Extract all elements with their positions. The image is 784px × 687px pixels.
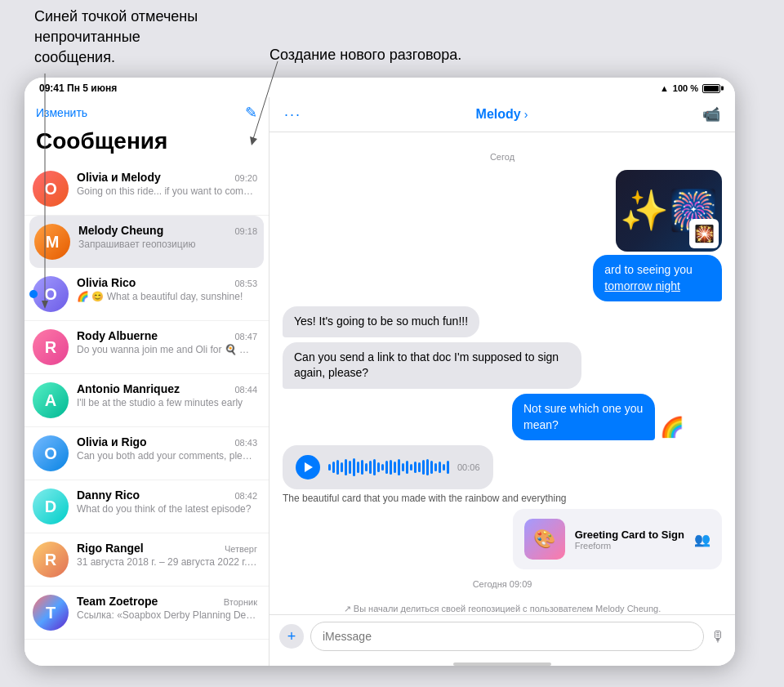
conversation-body: Antonio Manriquez08:44I'll be at the stu…: [77, 382, 257, 408]
conversation-item[interactable]: TTeam ZoetropeВторникСсылка: «Soapbox De…: [24, 587, 269, 640]
conversation-time: Вторник: [224, 597, 257, 607]
message-input[interactable]: [310, 622, 704, 651]
conversation-preview: Going on this ride... if you want to com…: [77, 185, 257, 197]
date-label: Сегод: [283, 152, 722, 162]
avatar: M: [34, 224, 70, 260]
conversation-time: Четверг: [225, 544, 257, 554]
audio-play-button[interactable]: [296, 455, 320, 480]
battery-icon: [702, 84, 720, 93]
conversation-item[interactable]: OOlivia и Rigo08:43Can you both add your…: [24, 427, 269, 480]
conversation-name: Olivia и Melody: [77, 171, 161, 184]
memoji-bubble: ✨🎆 🎇: [616, 170, 722, 252]
conversation-body: Olivia и Rigo08:43Can you both add your …: [77, 435, 257, 462]
conversation-item[interactable]: AAntonio Manriquez08:44I'll be at the st…: [24, 374, 269, 427]
card-source: Freeform: [575, 541, 684, 551]
message-row: Yes! It's going to be so much fun!!!: [283, 306, 722, 337]
more-dots: ···: [284, 106, 301, 123]
conversation-name: Rigo Rangel: [77, 542, 144, 555]
conversation-item[interactable]: OOlivia и Melody09:20Going on this ride.…: [24, 163, 269, 216]
conversation-time: 08:42: [234, 491, 257, 501]
conversation-preview: Ссылка: «Soapbox Derby Planning Demo Boa…: [77, 609, 257, 621]
home-indicator: [453, 662, 551, 666]
chat-area: ··· Melody › 📹 Сегод ✨🎆 🎇: [270, 97, 735, 666]
conversation-time: 09:18: [234, 226, 257, 236]
status-right: ▲ 100 %: [660, 83, 720, 93]
contact-name: Melody: [476, 107, 521, 122]
audio-message-container: 00:06 The beautiful card that you made w…: [283, 445, 722, 504]
audio-waveform: [328, 457, 449, 477]
message-bubble: Can you send a link to that doc I'm supp…: [283, 342, 581, 389]
conversation-body: Danny Rico08:42What do you think of the …: [77, 488, 257, 515]
conversation-name: Danny Rico: [77, 488, 140, 502]
compose-button[interactable]: ✎: [245, 105, 257, 120]
conversation-preview: 31 августа 2018 г. – 29 августа 2022 г. …: [77, 556, 257, 568]
conversation-time: 08:47: [234, 332, 257, 341]
audio-duration: 00:06: [457, 462, 480, 472]
system-location-label: ↗ Вы начали делиться своей геопозицией с…: [283, 604, 722, 614]
audio-bubble[interactable]: 00:06: [283, 445, 493, 489]
edit-button[interactable]: Изменить: [36, 106, 87, 119]
chat-header: ··· Melody › 📹: [270, 97, 735, 132]
avatar: R: [33, 542, 69, 578]
conversation-name: Olivia и Rigo: [77, 435, 147, 448]
avatar: O: [33, 276, 69, 312]
conversation-list: OOlivia и Melody09:20Going on this ride.…: [24, 163, 269, 666]
main-content: Изменить ✎ Сообщения OOlivia и Melody09:…: [24, 97, 735, 666]
greeting-card-bubble[interactable]: 🎨 Greeting Card to Sign Freeform 👥: [513, 509, 722, 569]
conversation-body: Olivia Rico08:53🌈 😊 What a beautiful day…: [77, 276, 257, 302]
unread-annotation: Синей точкой отмечены непрочитанные сооб…: [34, 7, 214, 69]
avatar: T: [33, 595, 69, 631]
card-title: Greeting Card to Sign: [575, 529, 684, 541]
conversation-name: Olivia Rico: [77, 276, 136, 289]
conversation-name: Team Zoetrope: [77, 595, 158, 608]
rainbow-emoji: 🌈: [660, 416, 684, 439]
message-bubble: ard to seeing you tomorrow night: [593, 255, 722, 301]
avatar: A: [33, 382, 69, 418]
conversation-time: 08:53: [234, 279, 257, 288]
card-icon: 🎨: [524, 519, 565, 560]
conversation-time: 09:20: [234, 173, 257, 183]
conversation-name: Rody Albuerne: [77, 329, 158, 342]
status-bar: 09:41 Пн 5 июня ▲ 100 %: [24, 78, 735, 97]
conversation-preview: What do you think of the latest episode?: [77, 503, 257, 515]
video-call-button[interactable]: 📹: [702, 105, 720, 123]
message-bubble: Yes! It's going to be so much fun!!!: [283, 306, 479, 337]
wifi-icon: ▲: [660, 83, 669, 93]
conversation-name: Melody Cheung: [78, 224, 163, 237]
conversation-item[interactable]: MMelody Cheung09:18Запрашивает геопозици…: [29, 216, 264, 268]
conversation-item[interactable]: DDanny Rico08:42What do you think of the…: [24, 480, 269, 533]
photo-corner: 🎇: [689, 219, 719, 248]
share-icon: 👥: [694, 532, 710, 547]
ipad-frame: 09:41 Пн 5 июня ▲ 100 % Изменить ✎ Сообщ…: [24, 78, 735, 666]
conversation-preview: 🌈 😊 What a beautiful day, sunshine!: [77, 291, 257, 302]
conversation-time: 08:43: [234, 438, 257, 448]
conversation-time: 08:44: [234, 385, 257, 395]
input-bar: + 🎙: [270, 614, 735, 659]
conversation-item[interactable]: RRody Albuerne08:47Do you wanna join me …: [24, 321, 269, 374]
message-row: Can you send a link to that doc I'm supp…: [283, 342, 722, 389]
conversation-body: Rigo RangelЧетверг31 августа 2018 г. – 2…: [77, 542, 257, 568]
avatar: D: [33, 488, 69, 524]
avatar: R: [33, 329, 69, 365]
message-bubble: Not sure which one you mean?: [512, 394, 655, 440]
conversation-preview: Can you both add your comments, please?: [77, 450, 257, 462]
conversation-name: Antonio Manriquez: [77, 382, 180, 395]
conversation-body: Rody Albuerne08:47Do you wanna join me a…: [77, 329, 257, 355]
chat-messages: Сегод ✨🎆 🎇 ard to seeing you tomorrow ni…: [270, 132, 735, 614]
chat-contact[interactable]: Melody ›: [476, 107, 528, 122]
unread-dot: [29, 290, 38, 298]
conversation-preview: Do you wanna join me and Oli for 🍳 🦁 🔍 b…: [77, 344, 257, 355]
microphone-button[interactable]: 🎙: [710, 628, 725, 645]
message-row: ✨🎆 🎇 ard to seeing you tomorrow night: [283, 170, 722, 301]
card-info: Greeting Card to Sign Freeform: [575, 529, 684, 551]
conversation-item[interactable]: OOlivia Rico08:53🌈 😊 What a beautiful da…: [24, 268, 269, 321]
system-time-label: Сегодня 09:09: [283, 579, 722, 589]
conversation-item[interactable]: RRigo RangelЧетверг31 августа 2018 г. – …: [24, 533, 269, 587]
audio-caption: The beautiful card that you made with th…: [283, 493, 567, 504]
compose-annotation: Создание нового разговора.: [270, 45, 461, 65]
conversation-body: Olivia и Melody09:20Going on this ride..…: [77, 171, 257, 197]
add-attachment-button[interactable]: +: [279, 624, 304, 649]
conversation-preview: Запрашивает геопозицию: [78, 239, 257, 250]
chevron-right-icon: ›: [524, 108, 528, 121]
conversation-body: Melody Cheung09:18Запрашивает геопозицию: [78, 224, 257, 250]
